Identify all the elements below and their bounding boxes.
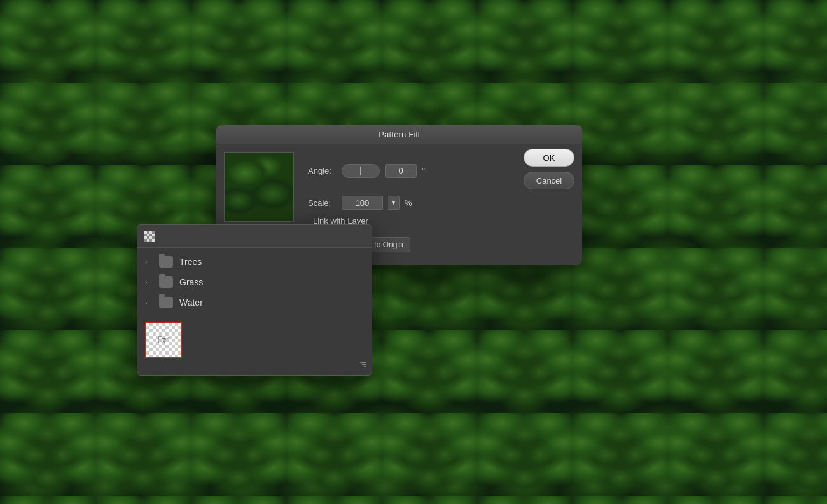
- dialog-buttons: OK Cancel: [524, 149, 574, 189]
- folder-arrow-grass: ›: [145, 278, 153, 286]
- resize-handle[interactable]: [360, 362, 366, 370]
- folder-item-trees[interactable]: › Trees: [137, 252, 372, 272]
- scale-input[interactable]: [342, 196, 383, 210]
- folder-list: › Trees › Grass › Water: [137, 248, 372, 317]
- dialog-title: Pattern Fill: [379, 130, 420, 139]
- angle-input[interactable]: [385, 164, 417, 178]
- dialog-titlebar: Pattern Fill: [216, 125, 582, 144]
- angle-slider[interactable]: [342, 164, 380, 178]
- folder-arrow-trees: ›: [145, 258, 153, 266]
- folder-icon-water: [159, 297, 173, 308]
- scale-label: Scale:: [308, 198, 337, 208]
- checker-icon: [144, 231, 155, 242]
- degree-symbol: °: [422, 166, 425, 175]
- picker-header: [137, 225, 372, 248]
- folder-name-grass: Grass: [179, 277, 203, 287]
- selected-pattern-thumbnail[interactable]: ☞: [145, 322, 182, 358]
- scale-row: Scale: ▼ %: [308, 196, 574, 210]
- angle-label: Angle:: [308, 166, 337, 175]
- pattern-preview-image[interactable]: [224, 152, 294, 222]
- pattern-picker-panel: › Trees › Grass › Water ☞: [137, 224, 372, 376]
- angle-row: Angle: ° OK Cancel: [308, 152, 574, 189]
- picker-selected-area: ☞: [137, 317, 372, 365]
- cursor-hand-icon: ☞: [157, 333, 170, 347]
- percent-symbol: %: [405, 198, 412, 208]
- folder-icon-grass: [159, 276, 173, 288]
- folder-item-water[interactable]: › Water: [137, 292, 372, 313]
- scale-dropdown-arrow[interactable]: ▼: [388, 196, 400, 210]
- cancel-button[interactable]: Cancel: [524, 172, 574, 189]
- folder-name-water: Water: [179, 297, 203, 308]
- folder-icon-trees: [159, 256, 173, 268]
- ok-button[interactable]: OK: [524, 149, 574, 167]
- folder-item-grass[interactable]: › Grass: [137, 272, 372, 292]
- folder-arrow-water: ›: [145, 299, 153, 306]
- angle-slider-indicator: [360, 167, 361, 175]
- folder-name-trees: Trees: [179, 257, 202, 267]
